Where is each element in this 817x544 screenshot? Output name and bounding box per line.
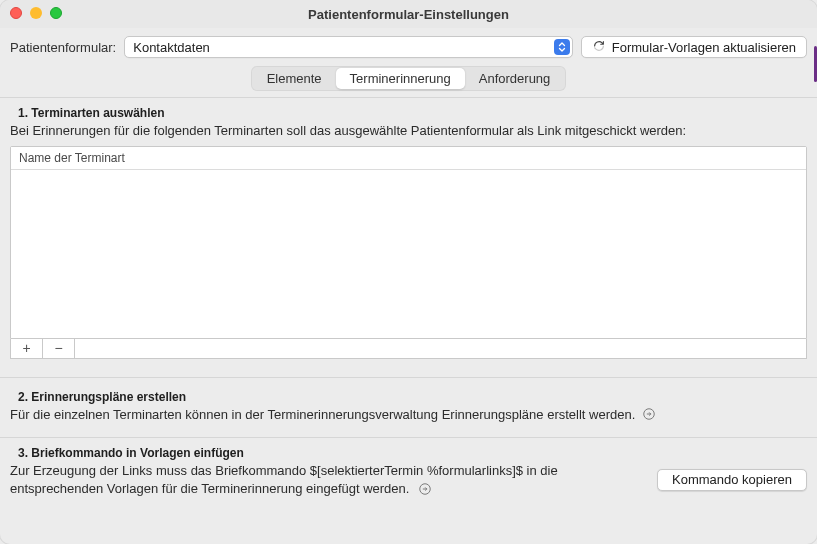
refresh-templates-label: Formular-Vorlagen aktualisieren [612,40,796,55]
section-3-heading: 3. Briefkommando in Vorlagen einfügen [0,438,817,462]
table-column-header[interactable]: Name der Terminart [11,147,806,170]
jump-icon[interactable] [641,407,656,422]
section-1-heading: 1. Terminarten auswählen [0,98,817,122]
table-footer-spacer [75,339,806,358]
tab-elemente[interactable]: Elemente [253,68,336,89]
refresh-icon [592,39,606,56]
content-area: 1. Terminarten auswählen Bei Erinnerunge… [0,98,817,505]
section-2-description: Für die einzelnen Terminarten können in … [10,406,635,424]
jump-icon[interactable] [417,482,432,497]
minimize-icon[interactable] [30,7,42,19]
remove-row-button[interactable]: − [43,339,75,358]
chevron-up-down-icon [554,39,570,55]
section-2-heading: 2. Erinnerungspläne erstellen [0,382,817,406]
maximize-icon[interactable] [50,7,62,19]
close-icon[interactable] [10,7,22,19]
table-body[interactable] [11,170,806,338]
table-footer: + − [10,339,807,359]
settings-window: Patientenformular-Einstellungen Patiente… [0,0,817,544]
tab-segment: Elemente Terminerinnerung Anforderung [251,66,567,91]
appointment-type-table: Name der Terminart [10,146,807,339]
copy-command-button[interactable]: Kommando kopieren [657,469,807,491]
tab-anforderung[interactable]: Anforderung [465,68,565,89]
add-row-button[interactable]: + [11,339,43,358]
form-select-label: Patientenformular: [10,40,116,55]
tab-bar: Elemente Terminerinnerung Anforderung [0,66,817,97]
form-select-value: Kontaktdaten [133,40,554,55]
section-1-description: Bei Erinnerungen für die folgenden Termi… [0,122,817,146]
section-3-description: Zur Erzeugung der Links muss das Briefko… [10,463,558,496]
toolbar: Patientenformular: Kontaktdaten Formular… [0,28,817,66]
form-select[interactable]: Kontaktdaten [124,36,573,58]
refresh-templates-button[interactable]: Formular-Vorlagen aktualisieren [581,36,807,58]
window-controls [10,7,62,19]
window-title: Patientenformular-Einstellungen [308,7,509,22]
titlebar: Patientenformular-Einstellungen [0,0,817,28]
copy-command-label: Kommando kopieren [672,472,792,487]
tab-terminerinnerung[interactable]: Terminerinnerung [336,68,465,89]
